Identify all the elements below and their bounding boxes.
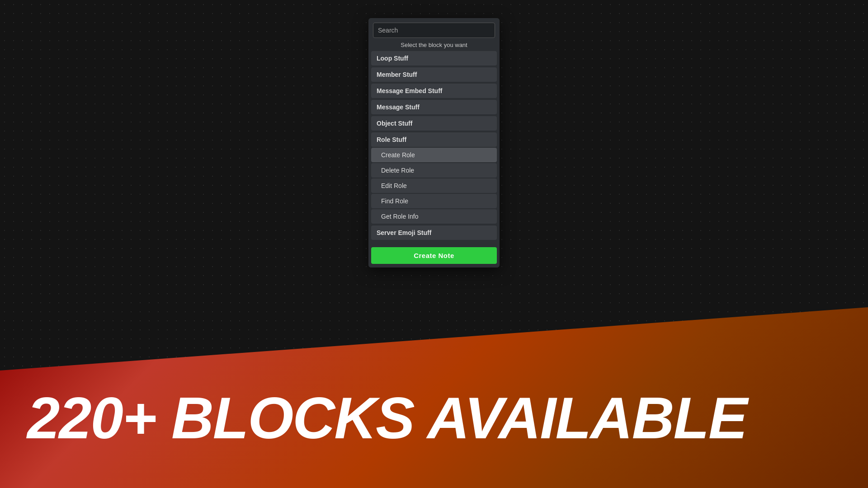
group-header-object-stuff[interactable]: Object Stuff [371, 116, 497, 131]
group-header-message-embed-stuff[interactable]: Message Embed Stuff [371, 84, 497, 98]
modal-list[interactable]: Loop Stuff Member Stuff Message Embed St… [368, 51, 500, 244]
list-item-edit-role[interactable]: Edit Role [371, 178, 497, 193]
list-item-find-role[interactable]: Find Role [371, 194, 497, 208]
group-header-member-stuff[interactable]: Member Stuff [371, 67, 497, 82]
modal-search-area: Select the block you want [368, 18, 500, 51]
search-input[interactable] [373, 23, 495, 38]
list-item-delete-role[interactable]: Delete Role [371, 163, 497, 178]
modal-footer: Create Note [368, 244, 500, 267]
group-header-loop-stuff[interactable]: Loop Stuff [371, 51, 497, 66]
group-header-message-stuff[interactable]: Message Stuff [371, 100, 497, 114]
create-note-button[interactable]: Create Note [371, 247, 497, 264]
banner-text: 220+ BLOCKS AVAILABLE [27, 384, 747, 452]
block-selector-modal: Select the block you want Loop Stuff Mem… [368, 18, 500, 267]
list-item-create-role[interactable]: Create Role [371, 148, 497, 162]
modal-subtitle: Select the block you want [373, 38, 495, 51]
group-header-server-emoji-stuff[interactable]: Server Emoji Stuff [371, 225, 497, 240]
group-header-role-stuff[interactable]: Role Stuff [371, 132, 497, 147]
list-item-get-role-info[interactable]: Get Role Info [371, 209, 497, 224]
